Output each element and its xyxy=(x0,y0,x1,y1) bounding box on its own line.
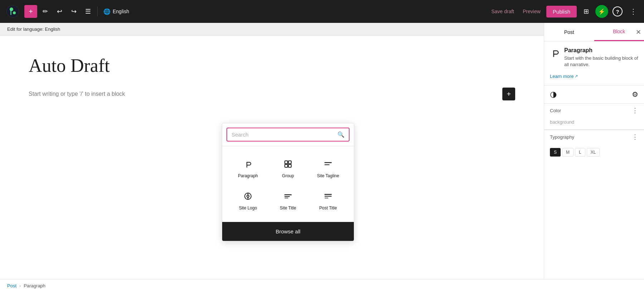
search-icon: 🔍 xyxy=(337,131,345,138)
breadcrumb-separator: › xyxy=(19,283,21,288)
learn-more-link[interactable]: Learn more ↗ xyxy=(550,74,578,79)
tab-block-label: Block xyxy=(613,29,625,34)
block-item-paragraph[interactable]: Paragraph xyxy=(228,152,268,184)
block-item-site-title[interactable]: Site Title xyxy=(268,184,308,216)
site-tagline-block-icon xyxy=(322,158,335,170)
typography-section: Typography ⋮ xyxy=(544,130,644,144)
breadcrumb-post-link[interactable]: Post xyxy=(7,283,16,288)
block-item-site-tagline[interactable]: Site Tagline xyxy=(308,152,348,184)
editor-area: Edit for language: English Auto Draft St… xyxy=(0,23,544,292)
color-section-label: Color xyxy=(550,108,561,113)
paragraph-header: Paragraph Start with the basic building … xyxy=(550,47,638,68)
right-sidebar: Post Block ✕ Paragraph Start with the ba… xyxy=(544,23,644,292)
sidebar-close-button[interactable]: ✕ xyxy=(636,28,641,36)
color-more-options-button[interactable]: ⋮ xyxy=(632,107,638,114)
edit-button[interactable]: ✏ xyxy=(39,5,52,18)
browse-all-label: Browse all xyxy=(275,228,300,234)
preview-label: Preview xyxy=(523,9,541,14)
breadcrumb-post-label: Post xyxy=(7,283,16,288)
language-button[interactable]: 🌐 English xyxy=(101,7,132,16)
site-logo-block-icon xyxy=(241,190,254,203)
size-s-button[interactable]: S xyxy=(550,148,561,157)
size-l-button[interactable]: L xyxy=(575,148,585,157)
view-toggle-icon: ⊞ xyxy=(584,8,589,15)
size-m-button[interactable]: M xyxy=(562,148,574,157)
post-title-text: Auto Draft xyxy=(29,55,110,76)
search-box: 🔍 xyxy=(226,128,350,142)
list-view-button[interactable]: ☰ xyxy=(82,5,94,18)
language-flag-icon: 🌐 xyxy=(103,8,111,15)
more-options-button[interactable]: ⋮ xyxy=(627,5,640,18)
undo-button[interactable]: ↩ xyxy=(53,5,66,18)
external-link-icon: ↗ xyxy=(575,74,578,79)
block-item-site-logo[interactable]: Site Logo xyxy=(228,184,268,216)
browse-all-button[interactable]: Browse all xyxy=(222,222,354,241)
sidebar-controls: ◑ ⚙ xyxy=(544,85,644,104)
pencil-icon: ✏ xyxy=(43,8,48,15)
post-title-field[interactable]: Auto Draft xyxy=(29,55,515,76)
language-notice-text: Edit for language: English xyxy=(7,26,60,32)
preview-button[interactable]: Preview xyxy=(520,7,543,16)
breadcrumb-current: Paragraph xyxy=(24,283,45,288)
more-icon: ⋮ xyxy=(630,7,637,16)
settings-icon: ⚙ xyxy=(632,90,638,98)
size-xl-button[interactable]: XL xyxy=(587,148,600,157)
paragraph-title: Paragraph xyxy=(564,47,638,54)
insert-plus-icon: + xyxy=(507,90,511,98)
paragraph-sidebar-icon xyxy=(550,48,560,60)
performance-icon: ⚡ xyxy=(598,8,605,15)
site-logo-block-label: Site Logo xyxy=(239,206,257,211)
typography-more-options-button[interactable]: ⋮ xyxy=(632,133,638,141)
toolbar-left: + ✏ ↩ ↪ ☰ 🌐 English xyxy=(4,3,487,20)
add-block-button[interactable]: + xyxy=(24,5,37,18)
language-notice: Edit for language: English xyxy=(0,23,544,36)
paragraph-block: Start writing or type '/' to insert a bl… xyxy=(29,88,515,100)
close-icon: ✕ xyxy=(636,29,641,36)
learn-more-label: Learn more xyxy=(550,74,574,79)
block-search-container: 🔍 xyxy=(222,123,354,146)
svg-point-2 xyxy=(13,11,16,14)
contrast-button[interactable]: ◑ xyxy=(550,90,557,99)
breadcrumb: Post › Paragraph xyxy=(0,279,644,292)
save-draft-label: Save draft xyxy=(491,9,514,14)
tab-post-label: Post xyxy=(564,29,574,35)
logo-button[interactable] xyxy=(4,3,21,20)
color-section: Color ⋮ xyxy=(544,104,644,117)
save-draft-button[interactable]: Save draft xyxy=(488,7,517,16)
block-item-group[interactable]: Group xyxy=(268,152,308,184)
main-area: Edit for language: English Auto Draft St… xyxy=(0,23,644,292)
insert-block-button[interactable]: + xyxy=(502,88,515,100)
site-tagline-block-label: Site Tagline xyxy=(317,173,339,178)
tab-post[interactable]: Post xyxy=(544,23,594,41)
block-item-post-title[interactable]: Post Title xyxy=(308,184,348,216)
size-options-container: S M L XL xyxy=(544,144,644,162)
svg-rect-6 xyxy=(288,161,291,164)
undo-icon: ↩ xyxy=(57,8,62,15)
svg-rect-8 xyxy=(288,164,291,167)
paragraph-info-text: Paragraph Start with the basic building … xyxy=(564,47,638,68)
group-block-icon xyxy=(282,158,294,170)
view-toggle-button[interactable]: ⊞ xyxy=(580,5,592,18)
list-icon: ☰ xyxy=(85,8,91,15)
block-search-input[interactable] xyxy=(231,132,335,138)
sidebar-tabs: Post Block ✕ xyxy=(544,23,644,41)
paragraph-description: Start with the basic building block of a… xyxy=(564,55,638,68)
block-grid: Paragraph Group xyxy=(222,146,354,222)
svg-point-12 xyxy=(247,195,249,197)
background-section: background xyxy=(544,117,644,130)
paragraph-info-section: Paragraph Start with the basic building … xyxy=(544,41,644,85)
publish-button[interactable]: Publish xyxy=(546,6,577,18)
toolbar: + ✏ ↩ ↪ ☰ 🌐 English Save draft xyxy=(0,0,644,23)
redo-button[interactable]: ↪ xyxy=(67,5,80,18)
settings-button[interactable]: ⚙ xyxy=(632,90,638,99)
contrast-icon: ◑ xyxy=(550,90,557,99)
post-title-block-icon xyxy=(322,190,335,203)
help-button[interactable]: ? xyxy=(611,5,624,18)
typography-ellipsis-icon: ⋮ xyxy=(632,133,638,140)
block-inserter-popup: 🔍 Paragraph xyxy=(222,123,354,241)
paragraph-placeholder-text[interactable]: Start writing or type '/' to insert a bl… xyxy=(29,89,498,99)
paragraph-block-icon xyxy=(241,158,254,170)
performance-button[interactable]: ⚡ xyxy=(595,5,608,18)
wordpress-logo-icon xyxy=(6,5,19,18)
svg-rect-7 xyxy=(285,164,288,167)
